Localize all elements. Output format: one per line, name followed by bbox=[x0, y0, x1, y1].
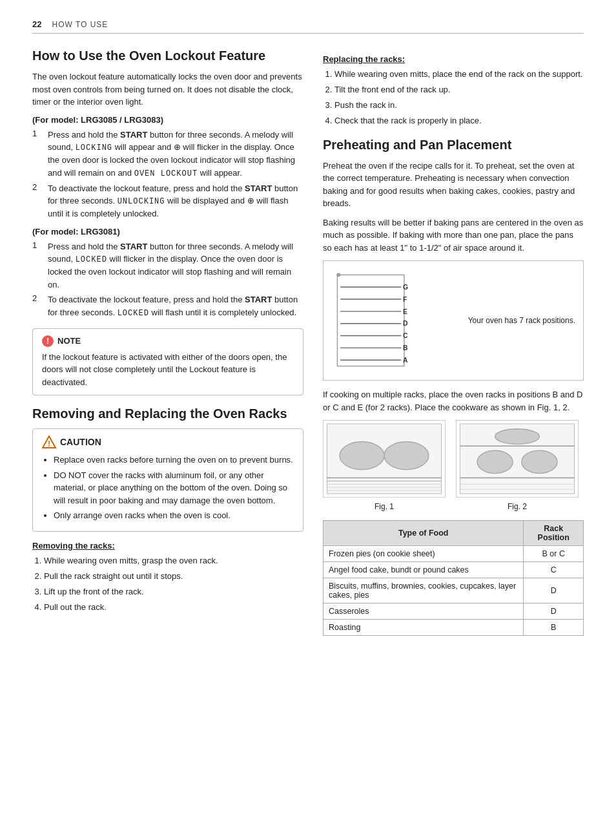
list-item: Push the rack in. bbox=[334, 99, 584, 112]
caution-item: Only arrange oven racks when the oven is… bbox=[54, 509, 294, 522]
list-item: Pull the rack straight out until it stop… bbox=[44, 570, 303, 583]
removing-title: Removing and Replacing the Oven Racks bbox=[32, 406, 303, 422]
svg-rect-2 bbox=[337, 275, 404, 366]
page-header: 22 HOW TO USE bbox=[32, 19, 584, 34]
model2-step2: 2 To deactivate the lockout feature, pre… bbox=[32, 293, 303, 319]
rack-diagram: G F E D C B bbox=[323, 260, 584, 381]
svg-text:A: A bbox=[403, 357, 408, 364]
lockout-title: How to Use the Oven Lockout Feature bbox=[32, 48, 303, 64]
replacing-steps-list: While wearing oven mitts, place the end … bbox=[334, 68, 584, 128]
table-row: Angel food cake, bundt or pound cakes C bbox=[323, 562, 584, 578]
caution-item: Replace oven racks before turning the ov… bbox=[54, 454, 294, 467]
svg-text:!: ! bbox=[48, 439, 50, 448]
fig-note: If cooking on multiple racks, place the … bbox=[323, 388, 584, 414]
svg-point-29 bbox=[495, 429, 540, 445]
table-header-food: Type of Food bbox=[323, 521, 524, 546]
note-header: ! NOTE bbox=[42, 335, 294, 347]
right-column: Replacing the racks: While wearing oven … bbox=[323, 48, 584, 636]
svg-point-30 bbox=[477, 450, 513, 473]
model2-step1: 1 Press and hold the START button for th… bbox=[32, 240, 303, 291]
preheat-para2: Baking results will be better if baking … bbox=[323, 216, 584, 255]
food-table: Type of Food Rack Position Frozen pies (… bbox=[323, 520, 584, 636]
table-header-rack: Rack Position bbox=[524, 521, 584, 546]
step-number: 1 bbox=[32, 129, 44, 180]
svg-point-22 bbox=[384, 442, 429, 470]
caution-label: CAUTION bbox=[60, 437, 101, 447]
list-item: Tilt the front end of the rack up. bbox=[334, 83, 584, 96]
caution-box: ! CAUTION Replace oven racks before turn… bbox=[32, 428, 303, 532]
model2-section: (For model: LRG3081) 1 Press and hold th… bbox=[32, 227, 303, 319]
caution-item: DO NOT cover the racks with aluminum foi… bbox=[54, 469, 294, 507]
fig2-svg bbox=[456, 420, 579, 498]
list-item: While wearing oven mitts, place the end … bbox=[334, 68, 584, 81]
fig2-caption: Fig. 2 bbox=[456, 502, 579, 511]
locked-text: LOCKED bbox=[76, 255, 107, 264]
svg-point-17 bbox=[336, 273, 340, 277]
list-item: Lift up the front of the rack. bbox=[44, 585, 303, 598]
list-item: Check that the rack is properly in place… bbox=[334, 114, 584, 127]
svg-text:C: C bbox=[403, 332, 408, 339]
rack-diagram-svg: G F E D C B bbox=[331, 269, 435, 372]
table-cell-food: Roasting bbox=[323, 620, 524, 636]
removing-heading: Removing the racks: bbox=[32, 541, 303, 551]
step-text: Press and hold the START button for thre… bbox=[48, 240, 303, 291]
two-column-layout: How to Use the Oven Lockout Feature The … bbox=[32, 48, 584, 636]
caution-icon: ! bbox=[42, 436, 56, 448]
lockout-intro: The oven lockout feature automatically l… bbox=[32, 70, 303, 109]
table-row: Frozen pies (on cookie sheet) B or C bbox=[323, 546, 584, 562]
page-number: 22 bbox=[32, 19, 41, 29]
table-cell-rack: D bbox=[524, 604, 584, 620]
removing-steps-list: While wearing oven mitts, grasp the oven… bbox=[44, 554, 303, 614]
svg-text:F: F bbox=[403, 296, 407, 303]
step-text: Press and hold the START button for thre… bbox=[48, 129, 303, 180]
svg-text:G: G bbox=[403, 284, 408, 291]
svg-text:E: E bbox=[403, 308, 407, 315]
model2-heading: (For model: LRG3081) bbox=[32, 227, 303, 236]
note-box: ! NOTE If the lockout feature is activat… bbox=[32, 328, 303, 396]
note-icon: ! bbox=[42, 335, 54, 347]
replacing-heading: Replacing the racks: bbox=[323, 54, 584, 64]
start-bold: START bbox=[120, 130, 147, 140]
svg-text:D: D bbox=[403, 320, 408, 328]
caution-header: ! CAUTION bbox=[42, 436, 294, 448]
fig1-caption: Fig. 1 bbox=[323, 502, 446, 511]
list-item: While wearing oven mitts, grasp the oven… bbox=[44, 554, 303, 567]
table-cell-food: Angel food cake, bundt or pound cakes bbox=[323, 562, 524, 578]
caution-triangle-icon: ! bbox=[42, 436, 56, 448]
fig1-svg bbox=[323, 420, 446, 498]
rack-diagram-label: Your oven has 7 rack positions. bbox=[468, 315, 575, 326]
model1-step2: 2 To deactivate the lockout feature, pre… bbox=[32, 182, 303, 220]
model1-section: (For model: LRG3085 / LRG3083) 1 Press a… bbox=[32, 115, 303, 220]
list-item: Pull out the rack. bbox=[44, 601, 303, 614]
table-cell-food: Frozen pies (on cookie sheet) bbox=[323, 546, 524, 562]
table-cell-rack: B bbox=[524, 620, 584, 636]
page: 22 HOW TO USE How to Use the Oven Lockou… bbox=[0, 0, 616, 840]
left-column: How to Use the Oven Lockout Feature The … bbox=[32, 48, 303, 636]
svg-text:B: B bbox=[403, 344, 407, 352]
figures-row: Fig. 1 bbox=[323, 420, 584, 511]
unlocking-text: UNLOCKING bbox=[118, 197, 165, 206]
start-bold: START bbox=[245, 184, 272, 193]
svg-point-31 bbox=[522, 450, 557, 473]
fig1-item: Fig. 1 bbox=[323, 420, 446, 511]
table-cell-rack: B or C bbox=[524, 546, 584, 562]
section-title: HOW TO USE bbox=[52, 20, 108, 29]
preheat-title: Preheating and Pan Placement bbox=[323, 137, 584, 153]
start-bold: START bbox=[120, 242, 147, 251]
fig2-item: Fig. 2 bbox=[456, 420, 579, 511]
table-row: Casseroles D bbox=[323, 604, 584, 620]
step-text: To deactivate the lockout feature, press… bbox=[48, 182, 303, 220]
step-number: 2 bbox=[32, 182, 44, 220]
caution-list: Replace oven racks before turning the ov… bbox=[54, 454, 294, 522]
step-number: 2 bbox=[32, 293, 44, 319]
table-cell-rack: C bbox=[524, 562, 584, 578]
preheat-para1: Preheat the oven if the recipe calls for… bbox=[323, 160, 584, 210]
model1-heading: (For model: LRG3085 / LRG3083) bbox=[32, 115, 303, 125]
step-text: To deactivate the lockout feature, press… bbox=[48, 293, 303, 319]
note-label: NOTE bbox=[57, 336, 81, 346]
start-bold: START bbox=[245, 295, 272, 304]
table-cell-food: Biscuits, muffins, brownies, cookies, cu… bbox=[323, 578, 524, 604]
locking-text: LOCKING bbox=[76, 143, 112, 152]
locked-text2: LOCKED bbox=[118, 309, 149, 318]
model1-step1: 1 Press and hold the START button for th… bbox=[32, 129, 303, 180]
